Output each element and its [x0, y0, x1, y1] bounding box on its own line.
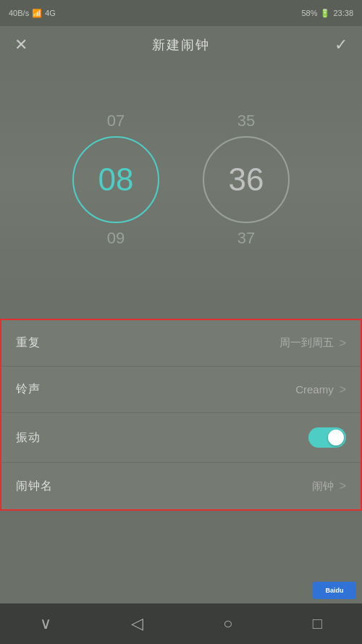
nav-recents-icon[interactable]: □	[313, 614, 322, 633]
ringtone-row[interactable]: 铃声 Creamy >	[1, 367, 361, 413]
baidu-logo: Baidu	[313, 582, 356, 599]
ringtone-value-container: Creamy >	[295, 383, 346, 396]
repeat-value-container: 周一到周五 >	[279, 336, 346, 350]
status-left: 40B/s 📶 4G	[9, 9, 56, 18]
signal-icon: 📶	[32, 9, 42, 18]
hour-below: 09	[72, 229, 159, 248]
repeat-row[interactable]: 重复 周一到周五 >	[1, 320, 361, 367]
time-picker: 07 35 08 36 09 37	[0, 64, 362, 296]
alarm-name-label: 闹钟名	[16, 479, 53, 494]
ringtone-chevron: >	[340, 383, 346, 396]
minute-above: 35	[203, 112, 290, 130]
vibration-row: 振动	[1, 413, 361, 463]
nav-down-icon[interactable]: ∨	[40, 614, 51, 633]
repeat-chevron: >	[340, 337, 346, 350]
minute-below: 37	[203, 229, 290, 248]
picker-main-row: 08 36	[0, 136, 362, 223]
settings-section: 重复 周一到周五 > 铃声 Creamy > 振动 闹钟名 闹钟 >	[0, 319, 362, 511]
top-nav: ✕ 新建闹钟 ✓	[0, 26, 362, 64]
battery-icon: 🔋	[320, 9, 330, 18]
toggle-knob	[328, 430, 344, 446]
nav-back-icon[interactable]: ◁	[131, 614, 143, 633]
status-bar: 40B/s 📶 4G 58% 🔋 23:38	[0, 0, 362, 26]
ringtone-value: Creamy	[295, 383, 334, 396]
picker-below-row: 09 37	[0, 229, 362, 248]
minute-value: 36	[229, 162, 264, 198]
nav-home-icon[interactable]: ○	[223, 614, 232, 633]
hour-value: 08	[98, 162, 134, 198]
confirm-button[interactable]: ✓	[334, 35, 348, 54]
network-speed: 40B/s	[9, 9, 29, 17]
alarm-name-value-container: 闹钟 >	[312, 480, 346, 493]
watermark: Baidu	[313, 582, 356, 599]
picker-above-row: 07 35	[0, 112, 362, 130]
alarm-name-chevron: >	[340, 480, 346, 493]
vibration-label: 振动	[16, 430, 41, 446]
status-right: 58% 🔋 23:38	[301, 9, 353, 18]
signal-strength: 4G	[45, 9, 56, 17]
alarm-name-value: 闹钟	[312, 480, 334, 493]
bottom-nav: ∨ ◁ ○ □	[0, 603, 362, 644]
repeat-label: 重复	[16, 335, 41, 351]
repeat-value: 周一到周五	[279, 336, 334, 350]
alarm-name-row[interactable]: 闹钟名 闹钟 >	[1, 463, 361, 509]
battery-level: 58%	[301, 9, 317, 17]
page-title: 新建闹钟	[152, 36, 210, 54]
hour-picker[interactable]: 08	[72, 136, 159, 223]
hour-above: 07	[72, 112, 159, 130]
vibration-toggle[interactable]	[308, 427, 346, 448]
minute-picker[interactable]: 36	[203, 136, 290, 223]
close-button[interactable]: ✕	[14, 35, 28, 54]
ringtone-label: 铃声	[16, 382, 41, 397]
clock-time: 23:38	[333, 9, 353, 17]
